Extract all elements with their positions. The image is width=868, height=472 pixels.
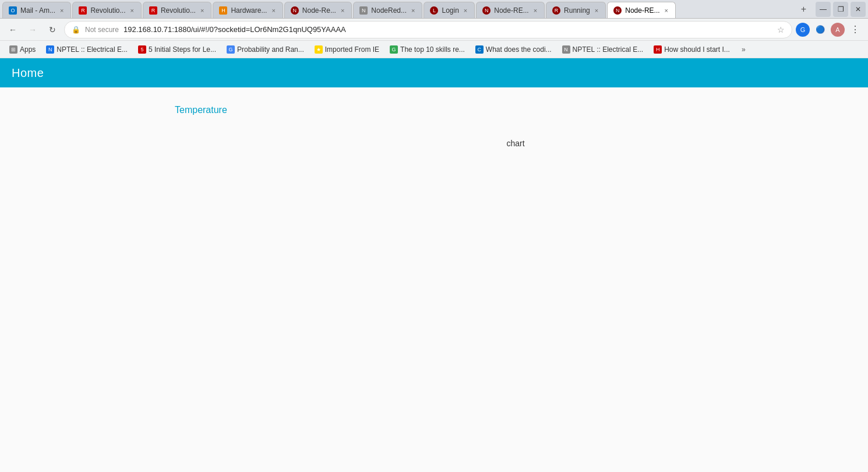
chart-placeholder: chart bbox=[175, 127, 856, 160]
bm-prob[interactable]: GProbability and Ran... bbox=[222, 44, 309, 55]
bm-apps-label: Apps bbox=[20, 45, 36, 54]
tab-noderedlogin-close[interactable]: × bbox=[410, 6, 416, 15]
tab-hw-favicon: H bbox=[219, 6, 227, 15]
close-button[interactable]: ✕ bbox=[851, 2, 866, 17]
tab-rev1-label: Revolutio... bbox=[90, 6, 125, 15]
tab-node3-close[interactable]: × bbox=[664, 6, 669, 15]
minimize-button[interactable]: — bbox=[816, 2, 831, 17]
bm-more[interactable]: » bbox=[738, 44, 749, 55]
bm-codi-label: What does the codi... bbox=[486, 45, 552, 54]
tab-noderedlogin[interactable]: NNodeRed...× bbox=[353, 2, 422, 18]
profile-avatar[interactable]: A bbox=[831, 23, 845, 37]
bm-imported[interactable]: ★Imported From IE bbox=[310, 44, 384, 55]
bm-imported-favicon: ★ bbox=[315, 45, 323, 54]
back-button[interactable]: ← bbox=[5, 22, 21, 38]
tab-node2-label: Node-RE... bbox=[494, 6, 528, 15]
bm-codi[interactable]: CWhat does the codi... bbox=[471, 44, 556, 55]
bm-nptel2-label: NPTEL :: Electrical E... bbox=[573, 45, 644, 54]
bm-apps[interactable]: ⊞Apps bbox=[5, 44, 40, 55]
window-titlebar: OMail - Am...×RRevolutio...×RRevolutio..… bbox=[0, 0, 868, 19]
tab-rev1-favicon: R bbox=[79, 6, 87, 15]
tab-node3-favicon: N bbox=[613, 6, 622, 15]
tab-hw[interactable]: HHardware...× bbox=[213, 2, 283, 18]
tab-node1-favicon: N bbox=[291, 6, 299, 15]
tab-running[interactable]: RRunning× bbox=[546, 2, 606, 18]
bm-imported-label: Imported From IE bbox=[325, 45, 379, 54]
bm-5steps-label: 5 Initial Steps for Le... bbox=[149, 45, 216, 54]
tab-login-close[interactable]: × bbox=[463, 6, 468, 15]
bm-apps-favicon: ⊞ bbox=[9, 45, 17, 54]
bm-codi-favicon: C bbox=[475, 45, 484, 54]
app-header-title: Home bbox=[12, 66, 44, 80]
address-bar[interactable]: 🔒 Not secure 192.168.10.71:1880/ui/#!/0?… bbox=[64, 21, 792, 38]
bm-howto-label: How should I start I... bbox=[664, 45, 730, 54]
window-controls: — ❐ ✕ bbox=[816, 2, 866, 17]
bookmarks-bar: ⊞AppsNNPTEL :: Electrical E...55 Initial… bbox=[0, 41, 868, 58]
tab-rev1-close[interactable]: × bbox=[129, 6, 135, 15]
page-content: Temperature chart bbox=[0, 87, 868, 472]
tab-rev2-favicon: R bbox=[149, 6, 157, 15]
tab-running-close[interactable]: × bbox=[594, 6, 599, 15]
tab-running-favicon: R bbox=[552, 6, 560, 15]
lock-icon: 🔒 bbox=[72, 26, 80, 34]
forward-button[interactable]: → bbox=[24, 22, 41, 38]
tab-node3-label: Node-RE... bbox=[625, 6, 659, 15]
bm-nptel1[interactable]: NNPTEL :: Electrical E... bbox=[41, 44, 132, 55]
tab-node1[interactable]: NNode-Re...× bbox=[284, 2, 352, 18]
bm-nptel1-favicon: N bbox=[46, 45, 54, 54]
tab-hw-close[interactable]: × bbox=[270, 6, 276, 15]
bookmark-star-icon[interactable]: ☆ bbox=[777, 25, 785, 34]
toolbar: ← → ↻ 🔒 Not secure 192.168.10.71:1880/ui… bbox=[0, 19, 868, 41]
tab-login[interactable]: LLogin× bbox=[424, 2, 475, 18]
bm-nptel2-favicon: N bbox=[562, 45, 570, 54]
tab-node1-label: Node-Re... bbox=[302, 6, 336, 15]
extension-icon-2[interactable]: 🔵 bbox=[812, 22, 828, 38]
tab-login-favicon: L bbox=[430, 6, 438, 15]
maximize-button[interactable]: ❐ bbox=[833, 2, 848, 17]
bm-prob-label: Probability and Ran... bbox=[237, 45, 304, 54]
not-secure-label: Not secure bbox=[85, 26, 119, 34]
bm-5steps[interactable]: 55 Initial Steps for Le... bbox=[133, 44, 221, 55]
app-header: Home bbox=[0, 58, 868, 87]
bm-5steps-favicon: 5 bbox=[138, 45, 146, 54]
url-text: 192.168.10.71:1880/ui/#!/0?socketid=LOr6… bbox=[124, 25, 772, 34]
tab-node2-close[interactable]: × bbox=[532, 6, 538, 15]
tab-rev2[interactable]: RRevolutio...× bbox=[143, 2, 211, 18]
tab-mail-favicon: O bbox=[9, 6, 17, 15]
tab-node2[interactable]: NNode-RE...× bbox=[476, 2, 545, 18]
extension-icon-1[interactable]: G bbox=[796, 23, 810, 37]
bm-top10[interactable]: GThe top 10 skills re... bbox=[385, 44, 470, 55]
bm-howto[interactable]: HHow should I start I... bbox=[649, 44, 735, 55]
tab-login-label: Login bbox=[442, 6, 458, 15]
tab-strip: OMail - Am...×RRevolutio...×RRevolutio..… bbox=[2, 0, 796, 18]
tab-running-label: Running bbox=[564, 6, 590, 15]
tab-mail-close[interactable]: × bbox=[59, 6, 65, 15]
bm-nptel1-label: NPTEL :: Electrical E... bbox=[57, 45, 128, 54]
tab-hw-label: Hardware... bbox=[231, 6, 267, 15]
tab-rev2-label: Revolutio... bbox=[161, 6, 196, 15]
widget-title: Temperature bbox=[175, 105, 856, 115]
tab-mail[interactable]: OMail - Am...× bbox=[2, 2, 71, 18]
new-tab-button[interactable]: + bbox=[796, 2, 811, 17]
tab-node3[interactable]: NNode-RE...× bbox=[607, 2, 676, 18]
reload-button[interactable]: ↻ bbox=[44, 22, 61, 38]
bm-nptel2[interactable]: NNPTEL :: Electrical E... bbox=[558, 44, 648, 55]
bm-top10-label: The top 10 skills re... bbox=[400, 45, 465, 54]
menu-button[interactable]: ⋮ bbox=[847, 22, 863, 38]
toolbar-right: G 🔵 A ⋮ bbox=[796, 22, 863, 38]
bm-prob-favicon: G bbox=[227, 45, 235, 54]
tab-rev1[interactable]: RRevolutio...× bbox=[72, 2, 141, 18]
bm-top10-favicon: G bbox=[390, 45, 398, 54]
tab-noderedlogin-favicon: N bbox=[359, 6, 368, 15]
tab-node1-close[interactable]: × bbox=[340, 6, 345, 15]
tab-rev2-close[interactable]: × bbox=[199, 6, 205, 15]
tab-noderedlogin-label: NodeRed... bbox=[371, 6, 407, 15]
bm-howto-favicon: H bbox=[654, 45, 662, 54]
tab-node2-favicon: N bbox=[482, 6, 491, 15]
tab-mail-label: Mail - Am... bbox=[20, 6, 55, 15]
